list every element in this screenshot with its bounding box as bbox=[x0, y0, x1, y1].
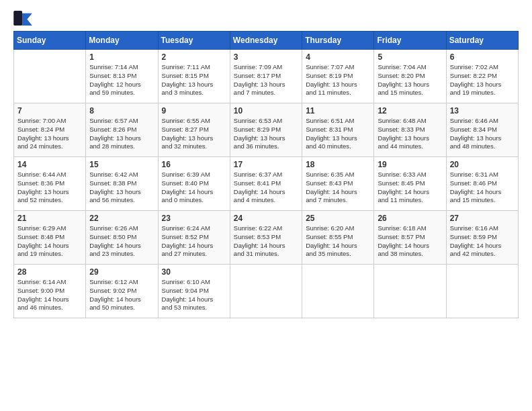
day-number: 20 bbox=[450, 160, 515, 169]
logo bbox=[13, 11, 35, 26]
logo-icon bbox=[13, 11, 32, 26]
calendar-cell bbox=[374, 265, 446, 318]
svg-marker-1 bbox=[22, 13, 32, 26]
week-row-2: 7Sunrise: 7:00 AM Sunset: 8:24 PM Daylig… bbox=[14, 103, 519, 157]
calendar-cell: 5Sunrise: 7:04 AM Sunset: 8:20 PM Daylig… bbox=[374, 50, 446, 103]
day-number: 16 bbox=[162, 160, 226, 169]
calendar-cell: 29Sunrise: 6:12 AM Sunset: 9:02 PM Dayli… bbox=[86, 265, 158, 318]
calendar-cell: 12Sunrise: 6:48 AM Sunset: 8:33 PM Dayli… bbox=[374, 103, 446, 157]
cell-content: Sunrise: 6:55 AM Sunset: 8:27 PM Dayligh… bbox=[162, 117, 226, 151]
calendar-cell: 10Sunrise: 6:53 AM Sunset: 8:29 PM Dayli… bbox=[230, 103, 302, 157]
cell-content: Sunrise: 6:12 AM Sunset: 9:02 PM Dayligh… bbox=[89, 278, 154, 312]
cell-content: Sunrise: 7:14 AM Sunset: 8:13 PM Dayligh… bbox=[89, 63, 154, 97]
calendar-cell: 21Sunrise: 6:29 AM Sunset: 8:48 PM Dayli… bbox=[14, 211, 86, 265]
calendar-cell: 4Sunrise: 7:07 AM Sunset: 8:19 PM Daylig… bbox=[302, 50, 374, 103]
day-number: 23 bbox=[162, 214, 226, 223]
day-number: 10 bbox=[234, 106, 298, 116]
cell-content: Sunrise: 6:18 AM Sunset: 8:57 PM Dayligh… bbox=[378, 224, 442, 259]
day-number: 8 bbox=[89, 106, 154, 116]
day-number: 27 bbox=[450, 214, 515, 223]
day-number: 5 bbox=[378, 52, 442, 62]
calendar-cell: 1Sunrise: 7:14 AM Sunset: 8:13 PM Daylig… bbox=[86, 50, 158, 103]
day-number: 18 bbox=[306, 160, 370, 169]
day-number: 14 bbox=[17, 160, 82, 169]
calendar-cell: 20Sunrise: 6:31 AM Sunset: 8:46 PM Dayli… bbox=[446, 157, 518, 211]
day-number: 3 bbox=[234, 52, 298, 62]
calendar-cell: 28Sunrise: 6:14 AM Sunset: 9:00 PM Dayli… bbox=[14, 265, 86, 318]
day-number: 28 bbox=[17, 267, 82, 277]
day-number: 11 bbox=[306, 106, 370, 116]
cell-content: Sunrise: 6:35 AM Sunset: 8:43 PM Dayligh… bbox=[306, 171, 370, 205]
day-number: 1 bbox=[89, 52, 154, 62]
day-header-saturday: Saturday bbox=[446, 32, 518, 50]
day-number: 9 bbox=[162, 106, 226, 116]
cell-content: Sunrise: 6:39 AM Sunset: 8:40 PM Dayligh… bbox=[162, 171, 226, 205]
day-header-friday: Friday bbox=[374, 32, 446, 50]
cell-content: Sunrise: 7:07 AM Sunset: 8:19 PM Dayligh… bbox=[306, 63, 370, 97]
day-number: 19 bbox=[378, 160, 442, 169]
calendar-cell: 19Sunrise: 6:33 AM Sunset: 8:45 PM Dayli… bbox=[374, 157, 446, 211]
cell-content: Sunrise: 7:00 AM Sunset: 8:24 PM Dayligh… bbox=[17, 117, 82, 151]
calendar-cell bbox=[446, 265, 518, 318]
day-number: 25 bbox=[306, 214, 370, 223]
calendar-cell: 13Sunrise: 6:46 AM Sunset: 8:34 PM Dayli… bbox=[446, 103, 518, 157]
calendar-cell: 7Sunrise: 7:00 AM Sunset: 8:24 PM Daylig… bbox=[14, 103, 86, 157]
calendar-cell bbox=[14, 50, 86, 103]
calendar-cell: 2Sunrise: 7:11 AM Sunset: 8:15 PM Daylig… bbox=[158, 50, 230, 103]
day-header-tuesday: Tuesday bbox=[158, 32, 230, 50]
day-number: 30 bbox=[162, 267, 226, 277]
week-row-1: 1Sunrise: 7:14 AM Sunset: 8:13 PM Daylig… bbox=[14, 50, 519, 103]
cell-content: Sunrise: 7:11 AM Sunset: 8:15 PM Dayligh… bbox=[162, 63, 226, 97]
calendar-cell: 16Sunrise: 6:39 AM Sunset: 8:40 PM Dayli… bbox=[158, 157, 230, 211]
calendar-cell: 22Sunrise: 6:26 AM Sunset: 8:50 PM Dayli… bbox=[86, 211, 158, 265]
day-number: 12 bbox=[378, 106, 442, 116]
calendar-cell: 3Sunrise: 7:09 AM Sunset: 8:17 PM Daylig… bbox=[230, 50, 302, 103]
day-number: 29 bbox=[89, 267, 154, 277]
day-number: 17 bbox=[234, 160, 298, 169]
page-header bbox=[13, 11, 519, 26]
cell-content: Sunrise: 6:44 AM Sunset: 8:36 PM Dayligh… bbox=[17, 171, 82, 205]
week-row-5: 28Sunrise: 6:14 AM Sunset: 9:00 PM Dayli… bbox=[14, 265, 519, 318]
cell-content: Sunrise: 7:09 AM Sunset: 8:17 PM Dayligh… bbox=[234, 63, 298, 97]
day-number: 7 bbox=[17, 106, 82, 116]
cell-content: Sunrise: 6:14 AM Sunset: 9:00 PM Dayligh… bbox=[17, 278, 82, 312]
calendar-cell: 6Sunrise: 7:02 AM Sunset: 8:22 PM Daylig… bbox=[446, 50, 518, 103]
day-number: 6 bbox=[450, 52, 515, 62]
calendar-cell: 24Sunrise: 6:22 AM Sunset: 8:53 PM Dayli… bbox=[230, 211, 302, 265]
cell-content: Sunrise: 6:33 AM Sunset: 8:45 PM Dayligh… bbox=[378, 171, 442, 205]
day-header-row: SundayMondayTuesdayWednesdayThursdayFrid… bbox=[14, 32, 519, 50]
day-header-sunday: Sunday bbox=[14, 32, 86, 50]
cell-content: Sunrise: 7:02 AM Sunset: 8:22 PM Dayligh… bbox=[450, 63, 515, 97]
calendar-cell: 17Sunrise: 6:37 AM Sunset: 8:41 PM Dayli… bbox=[230, 157, 302, 211]
calendar-cell bbox=[230, 265, 302, 318]
calendar-cell: 26Sunrise: 6:18 AM Sunset: 8:57 PM Dayli… bbox=[374, 211, 446, 265]
calendar-cell: 25Sunrise: 6:20 AM Sunset: 8:55 PM Dayli… bbox=[302, 211, 374, 265]
cell-content: Sunrise: 6:51 AM Sunset: 8:31 PM Dayligh… bbox=[306, 117, 370, 151]
cell-content: Sunrise: 6:37 AM Sunset: 8:41 PM Dayligh… bbox=[234, 171, 298, 205]
day-number: 2 bbox=[162, 52, 226, 62]
day-header-wednesday: Wednesday bbox=[230, 32, 302, 50]
day-number: 15 bbox=[89, 160, 154, 169]
cell-content: Sunrise: 6:10 AM Sunset: 9:04 PM Dayligh… bbox=[162, 278, 226, 312]
day-number: 22 bbox=[89, 214, 154, 223]
calendar-cell: 27Sunrise: 6:16 AM Sunset: 8:59 PM Dayli… bbox=[446, 211, 518, 265]
calendar-cell: 9Sunrise: 6:55 AM Sunset: 8:27 PM Daylig… bbox=[158, 103, 230, 157]
week-row-4: 21Sunrise: 6:29 AM Sunset: 8:48 PM Dayli… bbox=[14, 211, 519, 265]
svg-rect-0 bbox=[13, 11, 22, 26]
week-row-3: 14Sunrise: 6:44 AM Sunset: 8:36 PM Dayli… bbox=[14, 157, 519, 211]
cell-content: Sunrise: 6:42 AM Sunset: 8:38 PM Dayligh… bbox=[89, 171, 154, 205]
cell-content: Sunrise: 6:48 AM Sunset: 8:33 PM Dayligh… bbox=[378, 117, 442, 151]
cell-content: Sunrise: 6:29 AM Sunset: 8:48 PM Dayligh… bbox=[17, 224, 82, 259]
cell-content: Sunrise: 6:24 AM Sunset: 8:52 PM Dayligh… bbox=[162, 224, 226, 259]
calendar-cell bbox=[302, 265, 374, 318]
day-number: 21 bbox=[17, 214, 82, 223]
day-number: 4 bbox=[306, 52, 370, 62]
cell-content: Sunrise: 7:04 AM Sunset: 8:20 PM Dayligh… bbox=[378, 63, 442, 97]
calendar-cell: 15Sunrise: 6:42 AM Sunset: 8:38 PM Dayli… bbox=[86, 157, 158, 211]
calendar-cell: 8Sunrise: 6:57 AM Sunset: 8:26 PM Daylig… bbox=[86, 103, 158, 157]
cell-content: Sunrise: 6:16 AM Sunset: 8:59 PM Dayligh… bbox=[450, 224, 515, 259]
day-number: 24 bbox=[234, 214, 298, 223]
cell-content: Sunrise: 6:22 AM Sunset: 8:53 PM Dayligh… bbox=[234, 224, 298, 259]
day-header-monday: Monday bbox=[86, 32, 158, 50]
day-number: 13 bbox=[450, 106, 515, 116]
